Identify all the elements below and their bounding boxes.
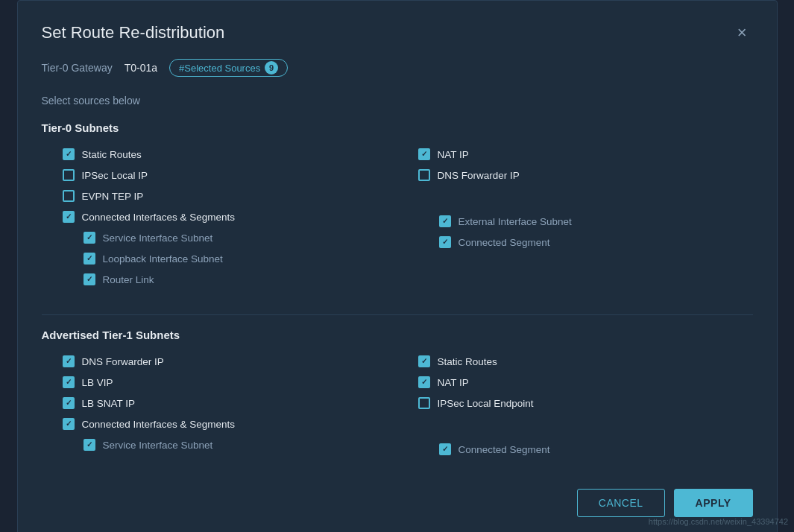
list-item: ✓ Loopback Interface Subnet [42,249,397,268]
gateway-label: Tier-0 Gateway [42,62,113,74]
list-item: ✓ NAT IP [397,373,753,392]
t1-static-routes-checkbox[interactable]: ✓ [418,355,430,367]
tier0-right-col: ✓ NAT IP DNS Forwarder IP ✓ External Int… [397,145,753,289]
external-interface-subnet-checkbox[interactable]: ✓ [439,215,451,227]
tier0-section: Tier-0 Subnets ✓ Static Routes IPSec Loc… [42,121,753,289]
close-button[interactable]: × [731,22,753,44]
set-route-redistribution-dialog: Set Route Re-distribution × Tier-0 Gatew… [17,0,778,532]
list-item: ✓ External Interface Subnet [397,212,753,231]
select-prompt: Select sources below [42,95,753,107]
connected-interfaces-checkbox[interactable]: ✓ [63,211,75,223]
static-routes-checkbox[interactable]: ✓ [63,148,75,160]
list-item: EVPN TEP IP [42,186,397,206]
list-item: ✓ Router Link [42,270,397,289]
t1-ipsec-local-endpoint-label: IPSec Local Endpoint [438,398,534,409]
t1-service-interface-subnet-label: Service Interface Subnet [103,440,213,451]
gateway-value: T0-01a [125,62,157,74]
list-item: ✓ Connected Interfaces & Segments [42,207,397,227]
meta-row: Tier-0 Gateway T0-01a #Selected Sources … [42,59,753,77]
loopback-interface-subnet-label: Loopback Interface Subnet [103,253,223,265]
t1-lb-snat-ip-checkbox[interactable]: ✓ [63,397,75,409]
tier1-title: Advertised Tier-1 Subnets [42,329,753,341]
list-item: ✓ Connected Segment [397,232,753,252]
list-item: ✓ NAT IP [397,145,753,164]
router-link-checkbox[interactable]: ✓ [84,273,95,285]
t1-dns-forwarder-ip-label: DNS Forwarder IP [82,356,164,367]
section-divider [42,314,753,315]
t1-nat-ip-label: NAT IP [438,377,469,388]
external-interface-subnet-label: External Interface Subnet [459,216,572,227]
tier1-left-col: ✓ DNS Forwarder IP ✓ LB VIP ✓ LB SNAT IP… [42,352,397,459]
list-item: ✓ LB SNAT IP [42,393,397,413]
t1-lb-snat-ip-label: LB SNAT IP [82,398,136,409]
t1-lb-vip-label: LB VIP [82,377,113,388]
evpn-tep-ip-label: EVPN TEP IP [82,191,144,202]
apply-button[interactable]: APPLY [674,489,753,517]
tier0-title: Tier-0 Subnets [42,121,753,134]
tier0-columns: ✓ Static Routes IPSec Local IP EVPN TEP … [42,145,753,289]
t1-ipsec-local-endpoint-checkbox[interactable] [418,397,430,409]
evpn-tep-ip-checkbox[interactable] [63,190,75,202]
static-routes-label: Static Routes [82,149,142,160]
t1-lb-vip-checkbox[interactable]: ✓ [63,376,75,388]
dialog-title: Set Route Re-distribution [42,23,225,42]
loopback-interface-subnet-checkbox[interactable]: ✓ [84,253,95,265]
dialog-footer: CANCEL APPLY [42,477,753,517]
ipsec-local-ip-checkbox[interactable] [63,169,75,181]
service-interface-subnet-checkbox[interactable]: ✓ [84,232,95,244]
list-item: DNS Forwarder IP [397,165,753,185]
spacer [397,414,753,438]
connected-segment-checkbox[interactable]: ✓ [439,236,451,248]
selected-sources-badge[interactable]: #Selected Sources 9 [169,59,288,77]
t1-nat-ip-checkbox[interactable]: ✓ [418,376,430,388]
t1-dns-forwarder-ip-checkbox[interactable]: ✓ [63,355,75,367]
list-item: ✓ Connected Interfaces & Segments [42,414,397,434]
nat-ip-label: NAT IP [438,149,469,160]
cancel-button[interactable]: CANCEL [577,489,665,517]
list-item: ✓ DNS Forwarder IP [42,352,397,371]
list-item: ✓ Service Interface Subnet [42,228,397,247]
t1-connected-segment-label: Connected Segment [459,444,550,455]
connected-segment-label: Connected Segment [459,237,550,248]
dns-forwarder-ip-label: DNS Forwarder IP [438,170,520,181]
tier1-section: Advertised Tier-1 Subnets ✓ DNS Forwarde… [42,329,753,459]
badge-text: #Selected Sources [179,63,260,74]
watermark: https://blog.csdn.net/weixin_43394742 [649,517,788,526]
list-item: IPSec Local Endpoint [397,393,753,413]
list-item: ✓ LB VIP [42,373,397,392]
tier1-right-col: ✓ Static Routes ✓ NAT IP IPSec Local End… [397,352,753,459]
list-item: ✓ Static Routes [42,145,397,164]
ipsec-local-ip-label: IPSec Local IP [82,170,148,181]
t1-static-routes-label: Static Routes [438,356,497,367]
badge-count: 9 [265,61,278,75]
list-item: ✓ Service Interface Subnet [42,435,397,455]
nat-ip-checkbox[interactable]: ✓ [418,148,430,160]
tier1-columns: ✓ DNS Forwarder IP ✓ LB VIP ✓ LB SNAT IP… [42,352,753,459]
router-link-label: Router Link [103,274,154,285]
t1-service-interface-subnet-checkbox[interactable]: ✓ [84,439,95,451]
service-interface-subnet-label: Service Interface Subnet [103,232,213,244]
tier0-left-col: ✓ Static Routes IPSec Local IP EVPN TEP … [42,145,397,289]
t1-connected-segment-checkbox[interactable]: ✓ [439,443,451,455]
list-item: IPSec Local IP [42,165,397,185]
dns-forwarder-ip-checkbox[interactable] [418,169,430,181]
spacer [397,186,753,210]
list-item: ✓ Static Routes [397,352,753,371]
list-item: ✓ Connected Segment [397,440,753,459]
t1-connected-interfaces-checkbox[interactable]: ✓ [63,418,75,430]
t1-connected-interfaces-label: Connected Interfaces & Segments [82,419,236,430]
dialog-header: Set Route Re-distribution × [42,22,753,44]
connected-interfaces-label: Connected Interfaces & Segments [82,212,236,223]
